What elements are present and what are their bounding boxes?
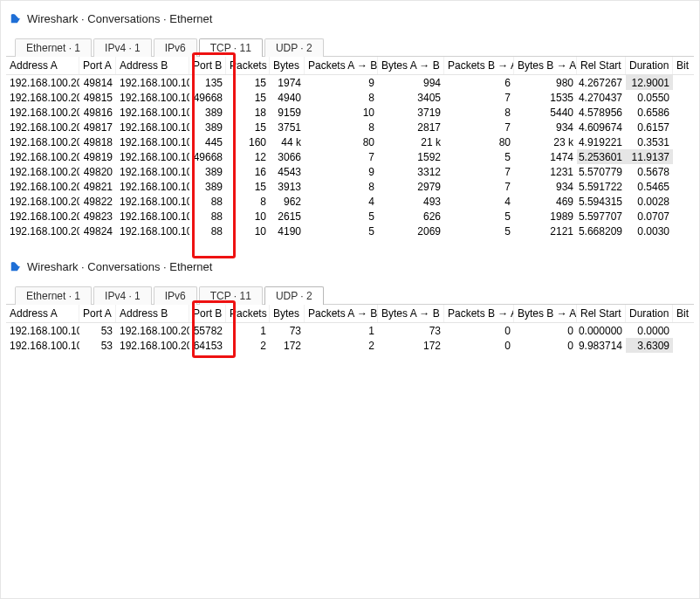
col-address-b[interactable]: Address B	[116, 57, 189, 74]
tabs-bottom: Ethernet · 1 IPv4 · 1 IPv6 TCP · 11 UDP …	[15, 284, 694, 305]
cell-bit	[673, 90, 689, 105]
cell-portb: 88	[189, 209, 226, 224]
col-packets[interactable]: Packets	[226, 305, 270, 322]
table-row[interactable]: 192.168.100.2049821192.168.100.103891539…	[6, 179, 694, 194]
tab-ethernet[interactable]: Ethernet · 1	[15, 38, 92, 57]
table-row[interactable]: 192.168.100.2049823192.168.100.108810261…	[6, 209, 694, 224]
cell-pab: 5	[305, 224, 378, 238]
col-duration[interactable]: Duration	[626, 57, 673, 74]
cell-addra: 192.168.100.20	[6, 209, 79, 224]
cell-addra: 192.168.100.20	[6, 105, 79, 120]
cell-bytes: 3751	[270, 120, 305, 134]
cell-pba: 6	[444, 75, 514, 90]
col-packets[interactable]: Packets	[226, 57, 270, 74]
tab-udp[interactable]: UDP · 2	[264, 38, 324, 57]
table-row[interactable]: 192.168.100.2049818192.168.100.104451604…	[6, 134, 694, 149]
cell-pkts: 16	[226, 164, 270, 179]
col-rel-start[interactable]: Rel Start	[577, 305, 626, 322]
table-row[interactable]: 192.168.100.2049824192.168.100.108810419…	[6, 224, 694, 238]
tab-ipv6[interactable]: IPv6	[154, 38, 197, 57]
cell-bba: 1535	[514, 90, 577, 105]
cell-bytes: 3066	[270, 149, 305, 164]
cell-pab: 8	[305, 120, 378, 134]
tab-ipv4[interactable]: IPv4 · 1	[93, 38, 152, 57]
table-row[interactable]: 192.168.100.1053192.168.100.205578217317…	[6, 323, 694, 338]
col-packets-b-a[interactable]: Packets B → A	[444, 305, 514, 322]
cell-pba: 7	[444, 179, 514, 194]
cell-bab: 2979	[378, 179, 444, 194]
table-row[interactable]: 192.168.100.2049816192.168.100.103891891…	[6, 105, 694, 120]
cell-porta: 53	[79, 338, 116, 353]
col-bytes-b-a[interactable]: Bytes B → A	[514, 57, 577, 74]
col-address-a[interactable]: Address A	[6, 305, 79, 322]
tcp-table: Address A Port A Address B Port B Packet…	[6, 57, 694, 238]
cell-rel: 5.594315	[577, 194, 626, 209]
cell-pba: 8	[444, 105, 514, 120]
cell-pab: 1	[305, 323, 378, 338]
cell-bytes: 4543	[270, 164, 305, 179]
col-packets-b-a[interactable]: Packets B → A	[444, 57, 514, 74]
cell-pba: 0	[444, 323, 514, 338]
cell-addrb: 192.168.100.10	[116, 194, 189, 209]
tab-ethernet[interactable]: Ethernet · 1	[15, 286, 92, 305]
tab-tcp[interactable]: TCP · 11	[199, 286, 263, 305]
cell-porta: 49818	[79, 134, 116, 149]
cell-addrb: 192.168.100.10	[116, 120, 189, 134]
cell-bab: 994	[378, 75, 444, 90]
col-port-b[interactable]: Port B	[189, 305, 226, 322]
cell-dur: 0.6157	[626, 120, 673, 134]
cell-dur: 3.6309	[626, 338, 673, 353]
tab-tcp[interactable]: TCP · 11	[199, 38, 263, 57]
cell-portb: 389	[189, 164, 226, 179]
table-row[interactable]: 192.168.100.2049814192.168.100.101351519…	[6, 75, 694, 90]
col-port-a[interactable]: Port A	[79, 57, 116, 74]
col-bytes-b-a[interactable]: Bytes B → A	[514, 305, 577, 322]
col-bytes-a-b[interactable]: Bytes A → B	[378, 305, 444, 322]
cell-rel: 4.578956	[577, 105, 626, 120]
table-row[interactable]: 192.168.100.2049819192.168.100.104966812…	[6, 149, 694, 164]
col-packets-a-b[interactable]: Packets A → B	[305, 305, 378, 322]
tab-ipv4[interactable]: IPv4 · 1	[93, 286, 152, 305]
cell-dur: 0.0550	[626, 90, 673, 105]
col-port-a[interactable]: Port A	[79, 305, 116, 322]
col-packets-a-b[interactable]: Packets A → B	[305, 57, 378, 74]
col-address-b[interactable]: Address B	[116, 305, 189, 322]
tab-ipv6[interactable]: IPv6	[154, 286, 197, 305]
cell-dur: 0.0000	[626, 323, 673, 338]
col-bit[interactable]: Bit	[673, 305, 689, 322]
cell-pba: 5	[444, 149, 514, 164]
cell-pab: 8	[305, 90, 378, 105]
col-bytes[interactable]: Bytes	[270, 57, 305, 74]
table-row[interactable]: 192.168.100.2049817192.168.100.103891537…	[6, 120, 694, 134]
cell-bit	[673, 224, 689, 238]
cell-pba: 7	[444, 90, 514, 105]
table-row[interactable]: 192.168.100.1053192.168.100.206415321722…	[6, 338, 694, 353]
cell-bba: 0	[514, 323, 577, 338]
cell-bit	[673, 149, 689, 164]
tabs-top: Ethernet · 1 IPv4 · 1 IPv6 TCP · 11 UDP …	[15, 36, 694, 57]
col-port-b[interactable]: Port B	[189, 57, 226, 74]
col-duration[interactable]: Duration	[626, 305, 673, 322]
cell-pkts: 12	[226, 149, 270, 164]
cell-dur: 0.6586	[626, 105, 673, 120]
cell-portb: 49668	[189, 90, 226, 105]
col-bytes[interactable]: Bytes	[270, 305, 305, 322]
cell-pba: 5	[444, 209, 514, 224]
cell-bit	[673, 194, 689, 209]
table-row[interactable]: 192.168.100.2049822192.168.100.108889624…	[6, 194, 694, 209]
table-row[interactable]: 192.168.100.2049815192.168.100.104966815…	[6, 90, 694, 105]
cell-bab: 626	[378, 209, 444, 224]
table-row[interactable]: 192.168.100.2049820192.168.100.103891645…	[6, 164, 694, 179]
cell-addrb: 192.168.100.10	[116, 209, 189, 224]
cell-addrb: 192.168.100.10	[116, 164, 189, 179]
cell-porta: 49823	[79, 209, 116, 224]
tab-udp[interactable]: UDP · 2	[264, 286, 324, 305]
col-address-a[interactable]: Address A	[6, 57, 79, 74]
cell-dur: 0.5678	[626, 164, 673, 179]
col-bytes-a-b[interactable]: Bytes A → B	[378, 57, 444, 74]
col-rel-start[interactable]: Rel Start	[577, 57, 626, 74]
titlebar: Wireshark · Conversations · Ethernet	[6, 6, 694, 31]
col-bit[interactable]: Bit	[673, 57, 689, 74]
cell-pkts: 160	[226, 134, 270, 149]
cell-addra: 192.168.100.20	[6, 75, 79, 90]
